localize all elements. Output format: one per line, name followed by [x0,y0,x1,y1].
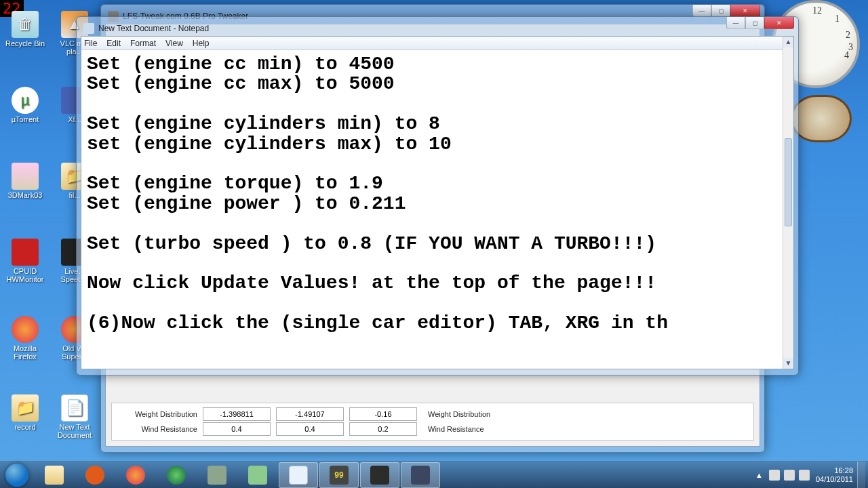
icon-label: record [3,423,47,431]
scrollbar-vertical[interactable]: ▲ ▼ [783,37,793,369]
menu-edit[interactable]: Edit [106,39,121,48]
taskbar-app-1[interactable] [360,462,399,488]
weight-dist-input-1[interactable] [203,407,271,421]
icon-label: Mozilla Firefox [3,344,47,361]
tray-time: 16:28 [816,466,853,475]
taskbar-firefox[interactable] [116,462,155,488]
system-tray: ▲ 16:28 04/10/2011 [755,462,868,489]
row-label: Wind Resistance [422,425,511,433]
row-label: Weight Distribution [115,410,203,418]
taskbar-media-player[interactable] [75,462,115,488]
close-button[interactable]: ✕ [764,17,794,29]
wind-res-input-2[interactable] [276,422,344,436]
desktop-icon-utorrent[interactable]: µµTorrent [3,87,47,123]
icon-label: CPUID HWMonitor [3,267,47,283]
tray-show-hidden-icon[interactable]: ▲ [755,471,763,479]
taskbar-notepad[interactable] [279,462,318,488]
table-row: Weight Distribution Weight Distribution [115,407,751,421]
icon-label: New Text Document [53,423,96,439]
tray-date: 04/10/2011 [816,475,853,484]
weight-dist-input-2[interactable] [276,407,344,421]
menu-help[interactable]: Help [193,39,210,48]
tray-network-icon[interactable] [784,470,795,481]
gauge-gadget[interactable] [791,95,852,142]
wind-res-input-1[interactable] [203,422,271,436]
scroll-thumb[interactable] [785,138,792,226]
desktop-icon-cpuid[interactable]: CPUID HWMonitor [3,239,47,283]
notepad-window[interactable]: New Text Document - Notepad — ◻ ✕ File E… [76,16,799,375]
desktop-icon-new-text[interactable]: 📄New Text Document [53,394,96,439]
icon-label: µTorrent [3,115,47,123]
desktop-icon-recycle-bin[interactable]: 🗑Recycle Bin [3,11,47,47]
row-label: Wind Resistance [115,425,203,433]
menu-view[interactable]: View [165,39,183,48]
desktop-icon-3dmark[interactable]: 3DMark03 [3,163,47,199]
weight-dist-input-3[interactable] [349,407,417,421]
row-label: Weight Distribution [422,410,511,418]
table-row: Wind Resistance Wind Resistance [115,422,751,436]
taskbar-processes[interactable] [238,462,277,488]
wind-res-input-3[interactable] [349,422,417,436]
taskbar-app-2[interactable] [401,462,440,488]
close-button[interactable]: ✕ [730,5,760,17]
minimize-button[interactable]: — [692,5,711,17]
notepad-textarea[interactable]: Set (engine cc min) to 4500 Set (engine … [81,50,793,369]
taskbar-lfs-tweak[interactable]: 99 [319,462,359,488]
taskbar-devices[interactable] [197,462,237,488]
desktop-icon-record[interactable]: 📁record [3,394,47,431]
menu-format[interactable]: Format [130,39,156,48]
icon-label: Recycle Bin [3,39,47,47]
maximize-button[interactable]: ◻ [745,17,764,29]
start-button[interactable] [0,462,34,488]
taskbar-explorer[interactable] [35,462,74,488]
taskbar: 99 ▲ 16:28 04/10/2011 [0,461,868,488]
icon-label: 3DMark03 [3,191,47,199]
maximize-button[interactable]: ◻ [711,5,730,17]
scroll-up-arrow[interactable]: ▲ [783,37,793,47]
show-desktop-button[interactable] [857,462,865,489]
minimize-button[interactable]: — [726,17,745,29]
desktop-icon-firefox[interactable]: Mozilla Firefox [3,316,47,361]
tray-volume-icon[interactable] [799,470,810,481]
notepad-window-title: New Text Document - Notepad [98,24,209,33]
notepad-window-icon [83,23,94,34]
tray-flag-icon[interactable] [769,470,780,481]
menu-file[interactable]: File [84,39,97,48]
menubar: File Edit Format View Help [81,37,793,50]
taskbar-globe[interactable] [157,462,196,488]
tray-clock[interactable]: 16:28 04/10/2011 [816,466,853,484]
scroll-down-arrow[interactable]: ▼ [783,358,793,369]
